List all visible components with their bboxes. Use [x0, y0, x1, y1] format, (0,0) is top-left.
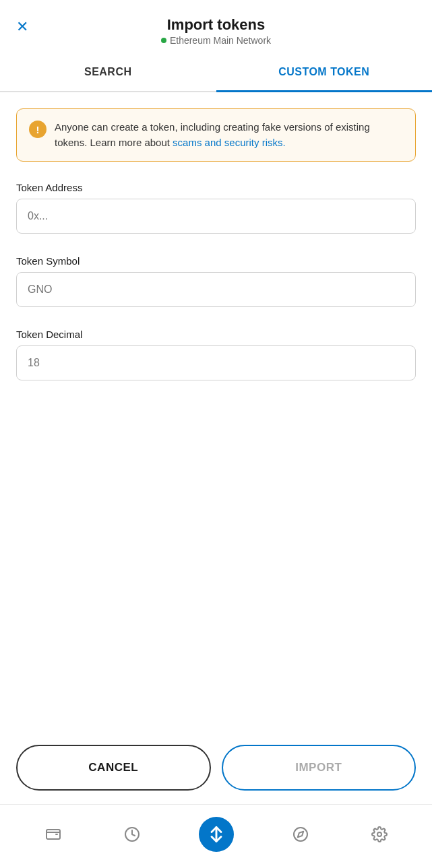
tab-search[interactable]: SEARCH	[0, 54, 216, 92]
bottom-nav	[0, 804, 432, 868]
tabs-container: SEARCH CUSTOM TOKEN	[0, 54, 432, 92]
svg-point-5	[377, 832, 381, 836]
page-title: Import tokens	[161, 16, 271, 34]
network-status-dot	[161, 38, 166, 43]
token-decimal-label: Token Decimal	[16, 329, 416, 340]
network-name: Ethereum Main Network	[170, 35, 271, 46]
warning-link[interactable]: scams and security risks.	[173, 137, 286, 148]
nav-item-wallet[interactable]	[41, 822, 65, 846]
import-button[interactable]: IMPORT	[222, 745, 416, 791]
gear-icon	[367, 822, 392, 846]
nav-item-settings[interactable]	[367, 822, 392, 846]
token-address-group: Token Address	[16, 182, 416, 234]
svg-marker-4	[297, 832, 303, 837]
warning-icon: !	[29, 121, 47, 138]
token-symbol-label: Token Symbol	[16, 255, 416, 267]
nav-item-swap[interactable]	[199, 817, 234, 852]
token-symbol-input[interactable]	[16, 272, 416, 307]
token-decimal-input[interactable]	[16, 345, 416, 380]
nav-item-browser[interactable]	[288, 822, 313, 846]
svg-point-3	[294, 828, 307, 841]
action-buttons: CANCEL IMPORT	[16, 731, 416, 791]
token-symbol-group: Token Symbol	[16, 255, 416, 307]
tab-custom-token[interactable]: CUSTOM TOKEN	[216, 54, 433, 92]
header: ✕ Import tokens Ethereum Main Network	[0, 0, 432, 54]
warning-text: Anyone can create a token, including cre…	[55, 120, 403, 150]
close-button[interactable]: ✕	[16, 18, 28, 36]
token-address-label: Token Address	[16, 182, 416, 193]
cancel-button[interactable]: CANCEL	[16, 745, 211, 791]
warning-box: ! Anyone can create a token, including c…	[16, 108, 416, 162]
network-subtitle: Ethereum Main Network	[161, 35, 271, 46]
header-text: Import tokens Ethereum Main Network	[161, 16, 271, 46]
clock-icon	[120, 822, 144, 846]
compass-icon	[288, 822, 313, 846]
nav-item-history[interactable]	[120, 822, 144, 846]
content-area: ! Anyone can create a token, including c…	[0, 92, 432, 804]
token-decimal-group: Token Decimal	[16, 329, 416, 380]
token-address-input[interactable]	[16, 199, 416, 234]
swap-icon	[199, 817, 234, 852]
wallet-icon	[41, 822, 65, 846]
